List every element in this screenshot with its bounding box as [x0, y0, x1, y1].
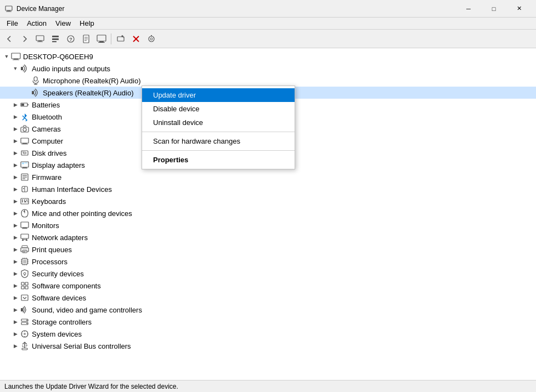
svg-rect-63	[24, 201, 26, 202]
menu-help[interactable]: Help	[75, 18, 99, 29]
context-menu-update-driver[interactable]: Update driver	[142, 88, 295, 102]
expand-print[interactable]: ▶	[11, 245, 20, 254]
mice-label: Mice and other pointing devices	[32, 209, 132, 218]
computer-icon	[11, 52, 21, 61]
svg-rect-98	[25, 282, 28, 285]
context-menu-scan-changes[interactable]: Scan for hardware changes	[142, 134, 295, 148]
computer-button[interactable]	[33, 32, 47, 46]
svg-rect-50	[25, 163, 27, 164]
svg-rect-47	[22, 167, 27, 168]
expand-disk[interactable]: ▶	[11, 149, 20, 157]
expand-security[interactable]: ▶	[11, 269, 20, 278]
microphone-label: Microphone (Realtek(R) Audio)	[43, 77, 140, 85]
speaker-icon	[31, 88, 41, 98]
expand-bluetooth[interactable]: ▶	[11, 112, 20, 121]
tree-item-mice[interactable]: ▶ Mice and other pointing devices	[0, 207, 536, 219]
svg-rect-60	[24, 200, 25, 201]
svg-rect-52	[22, 175, 27, 176]
toolbar-separator-1	[111, 33, 111, 44]
expand-audio[interactable]: ▼	[11, 64, 20, 73]
expand-sound[interactable]: ▶	[11, 305, 20, 314]
context-menu-uninstall-device[interactable]: Uninstall device	[142, 116, 295, 129]
display-label: Display adapters	[32, 161, 85, 169]
list-button[interactable]	[48, 32, 63, 46]
batteries-label: Batteries	[32, 101, 60, 109]
tree-item-processors[interactable]: ▶ Proces	[0, 255, 536, 268]
tree-item-network[interactable]: ▶ Network adapters	[0, 231, 536, 243]
tree-item-keyboards[interactable]: ▶ Keyboards	[0, 195, 536, 207]
expand-hid[interactable]: ▶	[11, 185, 20, 194]
tree-item-storage[interactable]: ▶ Storage controllers	[0, 316, 536, 328]
back-button[interactable]	[2, 32, 16, 46]
expand-network[interactable]: ▶	[11, 233, 20, 242]
svg-rect-36	[27, 104, 29, 105]
monitors-label: Monitors	[32, 221, 59, 230]
expand-system[interactable]: ▶	[11, 329, 20, 338]
expand-mice[interactable]: ▶	[11, 209, 20, 218]
tree-item-monitors[interactable]: ▶ Monitors	[0, 219, 536, 231]
svg-rect-42	[21, 144, 28, 145]
tree-item-softwaredev[interactable]: ▶ Software devices	[0, 292, 536, 304]
hid-icon	[20, 184, 30, 194]
svg-rect-16	[99, 41, 104, 42]
root-label: DESKTOP-Q6OEEH9	[23, 53, 93, 61]
expand-usb[interactable]: ▶	[11, 342, 20, 350]
expand-monitors[interactable]: ▶	[11, 221, 20, 230]
expand-firmware[interactable]: ▶	[11, 173, 20, 181]
tree-item-microphone[interactable]: Microphone (Realtek(R) Audio)	[0, 75, 536, 87]
expand-batteries[interactable]: ▶	[11, 100, 20, 109]
expand-root[interactable]: ▼	[2, 52, 11, 61]
expand-keyboards[interactable]: ▶	[11, 197, 20, 206]
tree-item-sound[interactable]: ▶ Sound, video and game controllers	[0, 304, 536, 316]
add-button[interactable]	[114, 32, 128, 46]
close-button[interactable]: ✕	[506, 0, 532, 18]
sound-icon	[20, 305, 30, 315]
tree-item-print[interactable]: ▶ Print queues	[0, 243, 536, 255]
print-label: Print queues	[32, 246, 72, 254]
tree-item-root[interactable]: ▼ DESKTOP-Q6OEEH9	[0, 50, 536, 63]
menu-file[interactable]: File	[2, 18, 22, 29]
menu-action[interactable]: Action	[22, 18, 51, 29]
context-menu-properties[interactable]: Properties	[142, 153, 295, 167]
expand-processors[interactable]: ▶	[11, 257, 20, 266]
svg-rect-61	[26, 200, 27, 201]
keyboards-label: Keyboards	[32, 197, 66, 206]
monitor-button[interactable]	[94, 32, 109, 46]
tree-item-usb[interactable]: ▶ Universal Serial Bus controllers	[0, 340, 536, 352]
svg-rect-104	[21, 308, 23, 311]
svg-rect-62	[22, 201, 23, 202]
forward-button[interactable]	[18, 32, 32, 46]
svg-rect-54	[22, 178, 25, 179]
svg-point-95	[24, 272, 26, 275]
tree-item-hid[interactable]: ▶ Human Interface Devices	[0, 183, 536, 195]
menu-view[interactable]: View	[51, 18, 75, 29]
page-button[interactable]	[79, 32, 93, 46]
svg-rect-29	[13, 60, 19, 60]
maximize-button[interactable]: □	[481, 0, 506, 18]
tree-item-system[interactable]: ▶ System devices	[0, 328, 536, 340]
scan-button[interactable]	[144, 32, 159, 46]
expand-softwaredev[interactable]: ▶	[11, 293, 20, 302]
svg-point-44	[23, 152, 26, 154]
tree-item-softwarecomp[interactable]: ▶ Software components	[0, 280, 536, 292]
remove-button[interactable]	[129, 32, 143, 46]
tree-item-firmware[interactable]: ▶ Firmware	[0, 171, 536, 183]
svg-rect-43	[21, 151, 28, 155]
window-controls: ─ □ ✕	[456, 0, 532, 18]
app-icon	[4, 4, 13, 13]
monitor-icon	[20, 220, 30, 230]
expand-display[interactable]: ▶	[11, 161, 20, 169]
context-menu-disable-device[interactable]: Disable device	[142, 102, 295, 116]
expand-storage[interactable]: ▶	[11, 317, 20, 326]
svg-point-107	[26, 320, 27, 321]
tree-item-audio[interactable]: ▼ Audio inputs and outputs	[0, 63, 536, 75]
svg-point-110	[24, 333, 26, 335]
minimize-button[interactable]: ─	[456, 0, 481, 18]
expand-computer2[interactable]: ▶	[11, 137, 20, 145]
svg-rect-78	[22, 250, 27, 253]
expand-softwarecomp[interactable]: ▶	[11, 281, 20, 290]
security-icon	[20, 269, 30, 279]
expand-cameras[interactable]: ▶	[11, 124, 20, 133]
tree-item-security[interactable]: ▶ Security devices	[0, 268, 536, 280]
help-button[interactable]: ?	[64, 32, 78, 46]
